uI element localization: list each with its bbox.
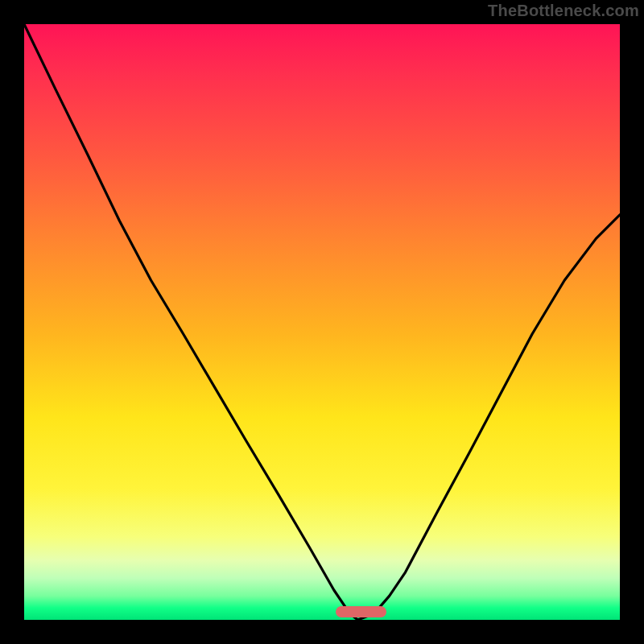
- optimal-range-marker: [336, 606, 386, 617]
- bottleneck-curve: [24, 24, 620, 620]
- plot-area: [24, 24, 620, 620]
- chart-frame: TheBottleneck.com: [0, 0, 644, 644]
- watermark-text: TheBottleneck.com: [488, 2, 639, 20]
